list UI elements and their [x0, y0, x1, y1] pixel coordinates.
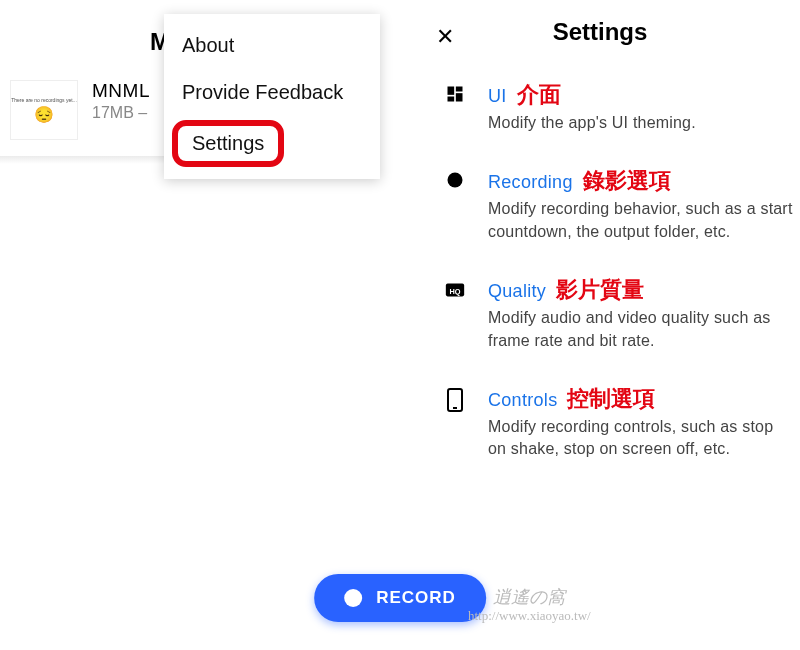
record-dot-icon — [344, 589, 362, 607]
settings-title: Settings — [553, 18, 648, 46]
phone-icon — [440, 388, 470, 412]
section-description: Modify recording controls, such as stop … — [488, 416, 794, 461]
recording-name: MNML — [92, 80, 150, 102]
section-title: Recording — [488, 172, 573, 193]
section-description: Modify audio and video quality such as f… — [488, 307, 794, 352]
menu-item-feedback[interactable]: Provide Feedback — [164, 69, 380, 116]
dashboard-icon — [440, 84, 470, 104]
watermark: 逍遙の窩 http://www.xiaoyao.tw/ — [468, 587, 591, 624]
recording-list-item[interactable]: There are no recordings yet... 😔 MNML 17… — [10, 80, 150, 140]
right-screenshot: ✕ Settings UI 介面 Modify the app's UI the… — [400, 0, 800, 650]
section-title: UI — [488, 86, 507, 107]
settings-section-recording[interactable]: Recording 錄影選項 Modify recording behavior… — [400, 150, 800, 259]
recording-size: 17MB – — [92, 104, 150, 122]
menu-item-settings-highlight: Settings — [164, 116, 380, 171]
recording-thumbnail: There are no recordings yet... 😔 — [10, 80, 78, 140]
svg-point-4 — [448, 173, 463, 188]
record-button[interactable]: RECORD — [314, 574, 486, 622]
record-icon — [440, 170, 470, 190]
settings-section-controls[interactable]: Controls 控制選項 Modify recording controls,… — [400, 368, 800, 477]
list-divider — [0, 156, 176, 164]
section-title: Controls — [488, 390, 557, 411]
menu-item-settings[interactable]: Settings — [172, 120, 284, 167]
section-annotation: 介面 — [517, 80, 561, 110]
hq-icon: HQ — [440, 279, 470, 301]
settings-section-quality[interactable]: HQ Quality 影片質量 Modify audio and video q… — [400, 259, 800, 368]
svg-rect-3 — [448, 97, 455, 102]
section-description: Modify recording behavior, such as a sta… — [488, 198, 794, 243]
left-screenshot: M There are no recordings yet... 😔 MNML … — [0, 0, 400, 650]
section-annotation: 影片質量 — [556, 275, 644, 305]
svg-text:HQ: HQ — [450, 287, 461, 296]
section-annotation: 控制選項 — [567, 384, 655, 414]
settings-section-ui[interactable]: UI 介面 Modify the app's UI theming. — [400, 64, 800, 150]
settings-header: ✕ Settings — [400, 0, 800, 64]
menu-item-about[interactable]: About — [164, 22, 380, 69]
svg-rect-1 — [456, 87, 463, 92]
record-button-label: RECORD — [376, 588, 456, 608]
svg-rect-2 — [456, 93, 463, 101]
section-annotation: 錄影選項 — [583, 166, 671, 196]
overflow-menu: About Provide Feedback Settings — [164, 14, 380, 179]
section-title: Quality — [488, 281, 546, 302]
section-description: Modify the app's UI theming. — [488, 112, 794, 134]
close-icon[interactable]: ✕ — [436, 24, 454, 50]
sad-emoji-icon: 😔 — [34, 105, 54, 124]
svg-rect-0 — [448, 87, 455, 95]
